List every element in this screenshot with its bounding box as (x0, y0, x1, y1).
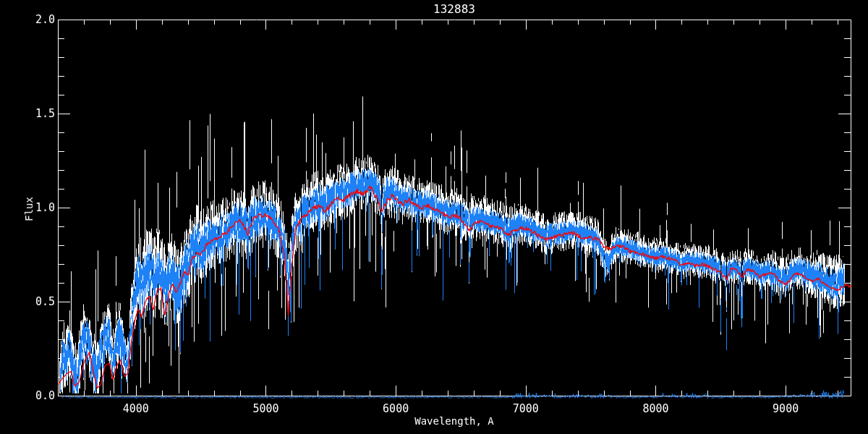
x-tick-label: 7000 (501, 402, 551, 415)
x-tick-label: 5000 (240, 402, 291, 415)
x-axis-label: Wavelength, A (414, 415, 494, 427)
chart-title: 132883 (433, 2, 475, 16)
y-tick-label: 0.0 (22, 389, 55, 402)
spectrum-chart: 132883 Wavelength, A Flux 40005000600070… (0, 0, 868, 434)
y-tick-label: 0.5 (22, 295, 55, 308)
y-tick-label: 2.0 (22, 13, 55, 26)
x-tick-label: 9000 (760, 402, 811, 415)
y-tick-label: 1.0 (22, 201, 55, 214)
spectrum-canvas (0, 0, 868, 434)
x-tick-label: 6000 (370, 402, 421, 415)
x-tick-label: 8000 (630, 402, 681, 415)
y-tick-label: 1.5 (22, 107, 55, 120)
x-tick-label: 4000 (111, 402, 161, 415)
